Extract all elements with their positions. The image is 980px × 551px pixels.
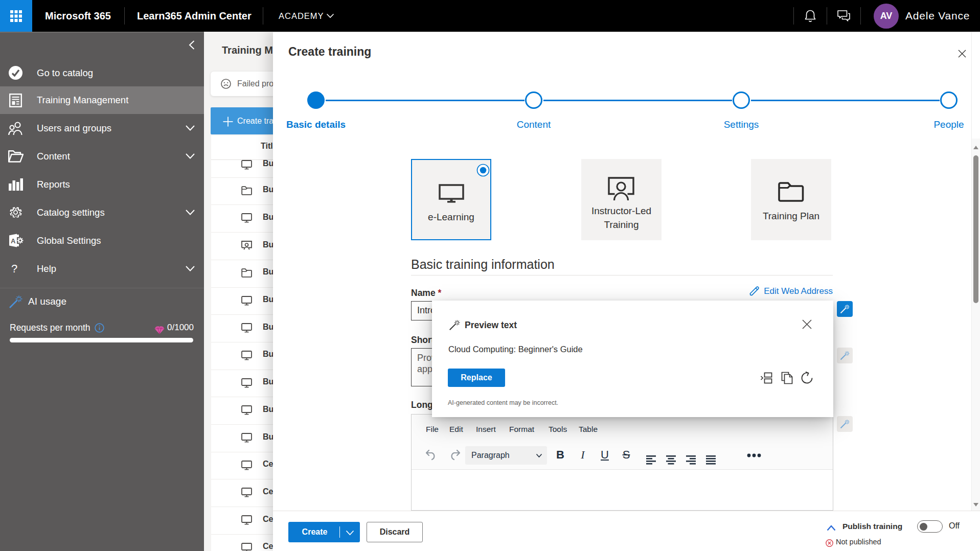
svg-text:A: A	[11, 237, 16, 245]
